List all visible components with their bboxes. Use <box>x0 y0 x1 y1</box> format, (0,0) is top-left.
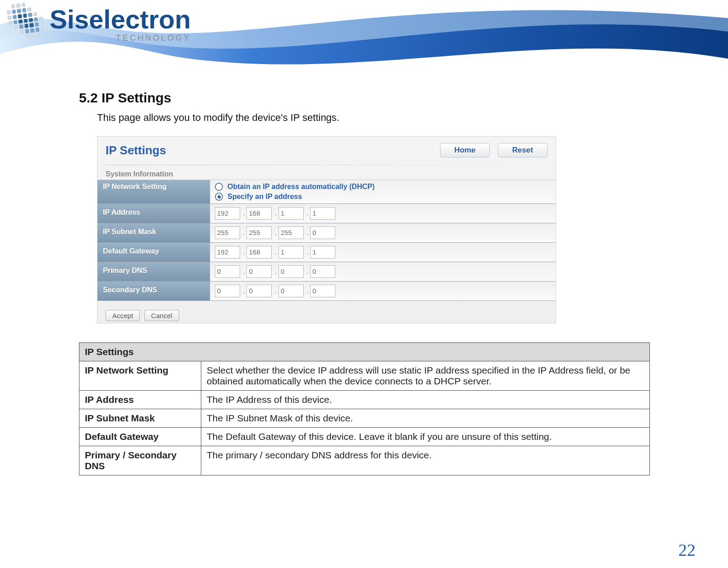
dns1-octet-3[interactable]: 0 <box>278 265 304 278</box>
accept-button[interactable]: Accept <box>106 310 140 321</box>
label-default-gateway: Default Gateway <box>97 243 210 262</box>
dns2-octet-2[interactable]: 0 <box>246 285 272 297</box>
ip-octet-1[interactable]: 192 <box>215 207 240 220</box>
ip-octet-3[interactable]: 1 <box>278 207 304 220</box>
label-secondary-dns: Secondary DNS <box>97 282 210 300</box>
system-info-heading: System Information <box>106 170 556 178</box>
radio-icon <box>215 193 223 201</box>
label-subnet-mask: IP Subnet Mask <box>97 223 210 242</box>
label-ip-network-setting: IP Network Setting <box>97 180 210 203</box>
radio-icon <box>215 183 223 191</box>
gw-octet-1[interactable]: 192 <box>215 246 240 259</box>
radio-dhcp[interactable]: Obtain an IP address automatically (DHCP… <box>215 183 551 191</box>
dns1-octet-4[interactable]: 0 <box>310 265 335 278</box>
dns2-octet-4[interactable]: 0 <box>310 285 335 297</box>
desc-val: The Default Gateway of this device. Leav… <box>201 428 650 446</box>
mask-octet-3[interactable]: 255 <box>278 226 304 239</box>
table-row: IP Subnet MaskThe IP Subnet Mask of this… <box>79 409 650 428</box>
mask-octet-1[interactable]: 255 <box>215 226 240 239</box>
desc-val: The primary / secondary DNS address for … <box>201 446 650 476</box>
desc-val: The IP Address of this device. <box>201 391 650 409</box>
brand-logo: Siselectron TECHNOLOGY ····· <box>8 3 191 48</box>
dns2-octet-3[interactable]: 0 <box>278 285 304 297</box>
label-ip-address: IP Address <box>97 204 210 223</box>
home-button[interactable]: Home <box>440 143 490 157</box>
mask-octet-2[interactable]: 255 <box>246 226 272 239</box>
reset-button[interactable]: Reset <box>498 143 547 157</box>
dns1-octet-2[interactable]: 0 <box>246 265 272 278</box>
desc-val: Select whether the device IP address wil… <box>201 361 650 391</box>
label-primary-dns: Primary DNS <box>97 262 210 281</box>
section-intro: This page allows you to modify the devic… <box>97 112 701 124</box>
table-row: Primary / Secondary DNSThe primary / sec… <box>79 446 650 476</box>
table-row: IP Network SettingSelect whether the dev… <box>79 361 650 391</box>
ip-settings-panel: IP Settings Home Reset System Informatio… <box>97 136 556 323</box>
desc-table-header: IP Settings <box>79 343 650 361</box>
mask-octet-4[interactable]: 0 <box>310 226 335 239</box>
desc-key: IP Network Setting <box>79 361 201 391</box>
ip-octet-2[interactable]: 168 <box>246 207 272 220</box>
gw-octet-2[interactable]: 168 <box>246 246 272 259</box>
desc-key: Primary / Secondary DNS <box>79 446 201 476</box>
panel-title: IP Settings <box>106 143 432 157</box>
section-heading: 5.2 IP Settings <box>79 90 701 106</box>
gw-octet-3[interactable]: 1 <box>278 246 304 259</box>
brand-subtag: ····· <box>50 43 191 48</box>
ip-octet-4[interactable]: 1 <box>310 207 335 220</box>
desc-key: IP Address <box>79 391 201 409</box>
dns2-octet-1[interactable]: 0 <box>215 285 240 297</box>
dns1-octet-1[interactable]: 0 <box>215 265 240 278</box>
radio-static[interactable]: Specify an IP address <box>215 193 551 201</box>
radio-static-label: Specify an IP address <box>227 193 302 201</box>
cancel-button[interactable]: Cancel <box>144 310 179 321</box>
ip-settings-description-table: IP Settings IP Network SettingSelect whe… <box>79 342 650 476</box>
desc-key: Default Gateway <box>79 428 201 446</box>
desc-key: IP Subnet Mask <box>79 409 201 428</box>
page-banner: Siselectron TECHNOLOGY ····· <box>0 0 728 72</box>
radio-dhcp-label: Obtain an IP address automatically (DHCP… <box>227 183 375 191</box>
gw-octet-4[interactable]: 1 <box>310 246 335 259</box>
brand-tagline: TECHNOLOGY <box>50 33 191 43</box>
desc-val: The IP Subnet Mask of this device. <box>201 409 650 428</box>
table-row: IP AddressThe IP Address of this device. <box>79 391 650 409</box>
logo-glyph-icon <box>6 0 46 41</box>
brand-name: Siselectron <box>50 6 191 32</box>
table-row: Default GatewayThe Default Gateway of th… <box>79 428 650 446</box>
